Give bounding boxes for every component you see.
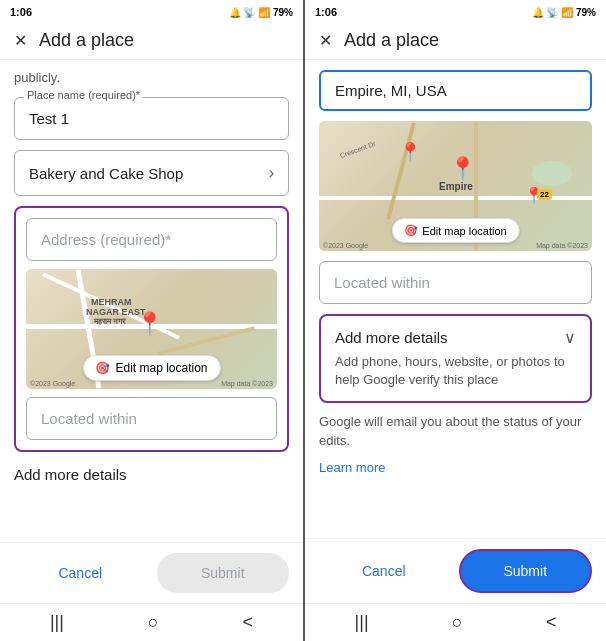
street-label: Crescent Dr bbox=[339, 140, 376, 159]
cancel-button-left[interactable]: Cancel bbox=[14, 553, 147, 593]
map-right: Crescent Dr 📍 📍 📍 Empire 22 ©2023 Google… bbox=[319, 121, 592, 251]
time-right: 1:06 bbox=[315, 6, 337, 18]
learn-more-link[interactable]: Learn more bbox=[319, 460, 592, 475]
status-bar-right: 1:06 🔔 📡 📶 79% bbox=[305, 0, 606, 22]
back-icon-left[interactable]: < bbox=[243, 612, 254, 633]
bottom-bar-right: Cancel Submit bbox=[305, 538, 606, 603]
red-location-pin: 📍 bbox=[449, 156, 476, 182]
map-copyright-left: ©2023 Google bbox=[30, 380, 75, 387]
located-within-placeholder-left: Located within bbox=[41, 410, 137, 427]
location-search-input[interactable] bbox=[319, 70, 592, 111]
map-town-label: Empire bbox=[439, 181, 473, 192]
home-icon-right[interactable]: ○ bbox=[452, 612, 463, 633]
signal-icons-left: 🔔 📡 📶 79% bbox=[229, 7, 293, 18]
menu-icon-left[interactable]: ||| bbox=[50, 612, 64, 633]
right-panel: 1:06 🔔 📡 📶 79% ✕ Add a place Crescent Dr… bbox=[303, 0, 606, 641]
menu-icon-right[interactable]: ||| bbox=[355, 612, 369, 633]
map-left: MEHRAM NAGAR EAST महराम नगर 📍 ©2023 Goog… bbox=[26, 269, 277, 389]
home-icon-left[interactable]: ○ bbox=[148, 612, 159, 633]
content-right: Crescent Dr 📍 📍 📍 Empire 22 ©2023 Google… bbox=[305, 60, 606, 538]
bottom-bar-left: Cancel Submit bbox=[0, 542, 303, 603]
edit-location-icon: 🎯 bbox=[95, 361, 110, 375]
address-input[interactable] bbox=[26, 218, 277, 261]
publicly-text: publicly. bbox=[14, 70, 289, 85]
orange-location-pin: 📍 bbox=[399, 141, 421, 163]
located-within-placeholder-right: Located within bbox=[334, 274, 430, 291]
add-more-header: Add more details ∨ bbox=[335, 328, 576, 347]
page-title-right: Add a place bbox=[344, 30, 439, 51]
map-label-mehram: MEHRAM bbox=[91, 297, 132, 307]
edit-map-label-right: Edit map location bbox=[422, 225, 506, 237]
map-pin-left: 📍 bbox=[136, 311, 163, 337]
add-more-details-section[interactable]: Add more details ∨ Add phone, hours, web… bbox=[319, 314, 592, 403]
map-data-right: Map data ©2023 bbox=[536, 242, 588, 249]
category-text: Bakery and Cake Shop bbox=[29, 165, 183, 182]
category-selector[interactable]: Bakery and Cake Shop › bbox=[14, 150, 289, 196]
place-name-label: Place name (required)* bbox=[24, 89, 143, 101]
category-chevron-icon: › bbox=[269, 164, 274, 182]
edit-map-label-left: Edit map location bbox=[115, 361, 207, 375]
cancel-button-right[interactable]: Cancel bbox=[319, 549, 449, 593]
nav-bar-left: ||| ○ < bbox=[0, 603, 303, 641]
google-notice-text: Google will email you about the status o… bbox=[319, 414, 581, 447]
status-bar-left: 1:06 🔔 📡 📶 79% bbox=[0, 0, 303, 22]
located-within-left[interactable]: Located within bbox=[26, 397, 277, 440]
add-more-partial: Add more details bbox=[14, 462, 289, 487]
google-notice: Google will email you about the status o… bbox=[319, 413, 592, 449]
edit-map-button-right[interactable]: 🎯 Edit map location bbox=[391, 218, 519, 243]
close-button-right[interactable]: ✕ bbox=[319, 33, 332, 49]
chevron-down-icon: ∨ bbox=[564, 328, 576, 347]
page-title-left: Add a place bbox=[39, 30, 134, 51]
map-data-left: Map data ©2023 bbox=[221, 380, 273, 387]
map-label-hindi: महराम नगर bbox=[94, 317, 125, 327]
road-d-right bbox=[386, 122, 416, 220]
edit-location-icon-right: 🎯 bbox=[404, 224, 418, 237]
signal-icons-right: 🔔 📡 📶 79% bbox=[532, 7, 596, 18]
time-left: 1:06 bbox=[10, 6, 32, 18]
add-more-description: Add phone, hours, website, or photos to … bbox=[335, 353, 576, 389]
address-map-section: MEHRAM NAGAR EAST महराम नगर 📍 ©2023 Goog… bbox=[14, 206, 289, 452]
left-panel: 1:06 🔔 📡 📶 79% ✕ Add a place publicly. P… bbox=[0, 0, 303, 641]
located-within-right[interactable]: Located within bbox=[319, 261, 592, 304]
add-more-title: Add more details bbox=[335, 329, 448, 346]
header-right: ✕ Add a place bbox=[305, 22, 606, 60]
road-diagonal2 bbox=[157, 326, 255, 356]
edit-map-button-left[interactable]: 🎯 Edit map location bbox=[82, 355, 220, 381]
content-left: publicly. Place name (required)* Bakery … bbox=[0, 60, 303, 542]
map-copyright-right: ©2023 Google bbox=[323, 242, 368, 249]
close-button-left[interactable]: ✕ bbox=[14, 33, 27, 49]
submit-button-left[interactable]: Submit bbox=[157, 553, 290, 593]
back-icon-right[interactable]: < bbox=[546, 612, 557, 633]
road-number-badge: 22 bbox=[537, 189, 552, 200]
header-left: ✕ Add a place bbox=[0, 22, 303, 60]
map-green-area bbox=[532, 161, 572, 186]
nav-bar-right: ||| ○ < bbox=[305, 603, 606, 641]
place-name-wrapper: Place name (required)* bbox=[14, 97, 289, 140]
place-name-input[interactable] bbox=[14, 97, 289, 140]
submit-button-right[interactable]: Submit bbox=[459, 549, 593, 593]
